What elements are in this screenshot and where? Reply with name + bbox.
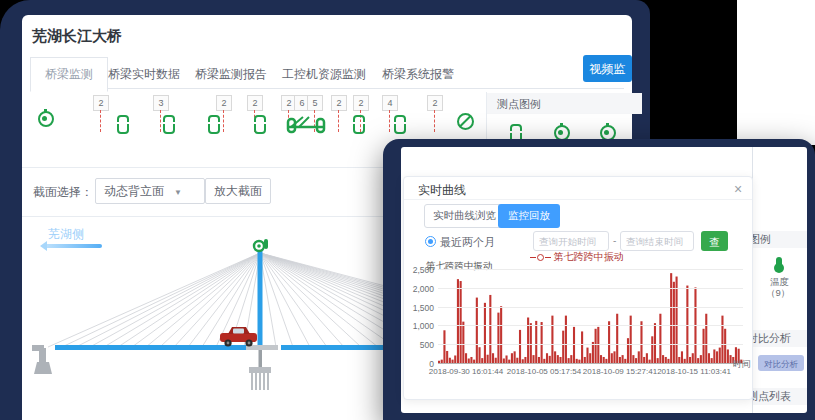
- section-select-label: 截面选择：: [33, 184, 93, 201]
- legend-marker-icon: [537, 254, 544, 261]
- anemometer-icon[interactable]: [38, 111, 54, 127]
- sensor-dashline: [223, 110, 224, 132]
- sensor-count-badge: 3: [153, 95, 169, 111]
- sliver-list-title: 测点列表: [753, 390, 791, 402]
- sensor-count-badge: 2: [331, 95, 347, 111]
- sliver-list-header: 测点列表: [753, 388, 807, 405]
- gridline: [438, 325, 743, 326]
- sensor-count-badge: 2: [93, 95, 109, 111]
- y-tick-label: 1,500: [408, 303, 434, 313]
- modal-window: 测点图例 温度 （9） 对比分析 对比分析 测点列表 实时曲线 × 实时曲线浏览…: [401, 147, 807, 413]
- tower-top-sensor-icon: [254, 239, 268, 251]
- no-data-icon[interactable]: [457, 113, 474, 130]
- sensor-dashline: [338, 110, 339, 132]
- legend-panel-header: 测点图例: [487, 93, 642, 114]
- y-tick-label: 1,000: [408, 321, 434, 331]
- sensor-dashline: [434, 110, 435, 132]
- bridge-sensor-icon[interactable]: [285, 113, 327, 135]
- sensor-count-badge: 2: [247, 95, 263, 111]
- sensor-dashline: [160, 110, 161, 132]
- close-icon[interactable]: ×: [734, 182, 742, 196]
- y-tick-label: 2,000: [408, 284, 434, 294]
- compare-analysis-button[interactable]: 对比分析: [758, 355, 804, 371]
- query-button[interactable]: 查询: [701, 231, 728, 251]
- bridge-tower: [258, 250, 263, 347]
- query-end-time-input[interactable]: [620, 231, 694, 251]
- x-tick-label: 2018-10-15 11:03:41: [657, 367, 731, 376]
- tab-monitor-playback[interactable]: 监控回放: [498, 204, 560, 228]
- sensor-count-badge: 4: [382, 95, 398, 111]
- sensor-count-badge: 5: [307, 95, 323, 111]
- range-separator: -: [613, 235, 616, 246]
- gridline: [438, 344, 743, 345]
- legend-marker-line: [530, 257, 536, 258]
- tab-realtime-curve-browse[interactable]: 实时曲线浏览: [424, 204, 505, 228]
- x-axis-title: 时间: [733, 358, 751, 371]
- sensor-dashline: [100, 110, 101, 132]
- chain-link-icon[interactable]: [353, 115, 365, 134]
- chain-link-icon[interactable]: [208, 115, 220, 134]
- x-tick-label: 2018-09-30 16:01:44: [429, 367, 503, 376]
- sensor-count-badge: 2: [427, 95, 443, 111]
- chain-link-icon[interactable]: [117, 115, 129, 134]
- legend-marker-line: [545, 257, 551, 258]
- chain-link-icon[interactable]: [163, 115, 175, 134]
- chart-bars: [438, 269, 743, 363]
- sliver-compare-header: 对比分析: [753, 330, 807, 347]
- chevron-down-icon: ▼: [174, 188, 182, 197]
- sliver-legend-title: 测点图例: [753, 233, 771, 245]
- legend-panel-title: 测点图例: [497, 98, 541, 110]
- section-select-dropdown[interactable]: 动态背立面▼: [95, 178, 205, 204]
- thermometer-icon[interactable]: [776, 257, 782, 270]
- abutment-pier: [32, 345, 52, 374]
- zoom-section-button[interactable]: 放大截面: [205, 178, 271, 204]
- sensor-count-badge: 2: [353, 95, 369, 111]
- chain-link-icon[interactable]: [254, 115, 266, 134]
- query-start-time-input[interactable]: [533, 231, 609, 251]
- temperature-count: （9）: [766, 287, 790, 300]
- chain-link-icon[interactable]: [394, 115, 406, 134]
- x-axis-line: [438, 363, 745, 364]
- dialog-title: 实时曲线: [418, 182, 466, 199]
- y-tick-label: 0: [408, 359, 434, 369]
- chart-legend[interactable]: 第七跨跨中振动: [530, 250, 624, 264]
- legend-label: 第七跨跨中振动: [554, 251, 624, 262]
- x-tick-label: 2018-10-05 05:17:54: [507, 367, 581, 376]
- chart-title: 第七跨跨中振动: [426, 260, 493, 273]
- y-tick-label: 500: [408, 340, 434, 350]
- sliver-compare-title: 对比分析: [753, 332, 791, 344]
- gridline: [438, 288, 743, 289]
- car: [220, 327, 257, 347]
- dialog-header-divider: [404, 199, 752, 200]
- sliver-legend-header: 测点图例: [753, 231, 807, 248]
- background-white-block: [737, 0, 815, 145]
- realtime-curve-dialog: 实时曲线 × 实时曲线浏览 监控回放 最近两个月 - 查询 第七跨跨中振动 第七…: [403, 176, 753, 400]
- recent-two-months-radio[interactable]: [425, 236, 436, 247]
- screenshot-stage: 芜湖长江大桥 桥梁监测 桥梁实时数据 桥梁监测报告 工控机资源监测 桥梁系统报警…: [0, 0, 815, 420]
- sensor-dashline: [389, 110, 390, 132]
- sensor-count-badge: 2: [216, 95, 232, 111]
- recent-two-months-label: 最近两个月: [440, 235, 495, 250]
- section-select-value: 动态背立面: [104, 184, 164, 198]
- x-tick-label: 2018-10-09 15:27:41: [583, 367, 657, 376]
- gridline: [438, 307, 743, 308]
